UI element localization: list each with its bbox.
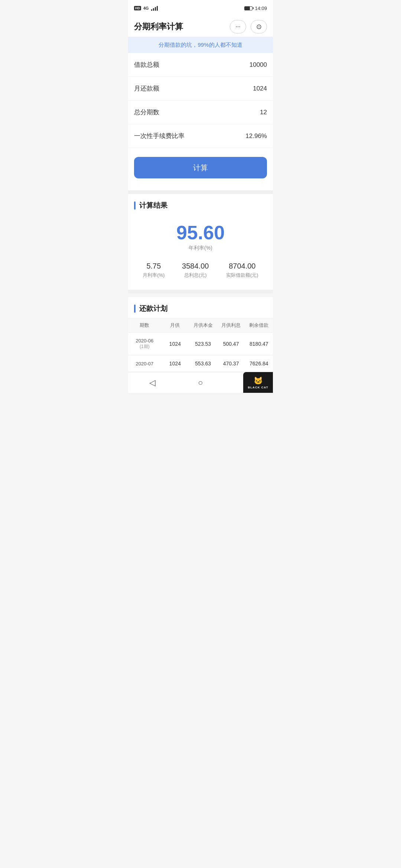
total-interest-value: 3584.00 (182, 262, 209, 270)
home-icon: ○ (198, 378, 203, 388)
monthly-rate-value: 5.75 (143, 262, 164, 270)
more-icon: ··· (235, 23, 240, 30)
actual-loan-item: 8704.00 实际借款额(元) (226, 262, 258, 279)
hd-badge: HD (134, 6, 141, 10)
table-header-row: 期数 月供 月供本金 月供利息 剩余借款 (128, 318, 273, 333)
battery-icon (244, 6, 252, 10)
status-bar: HD 4G 14:09 (128, 0, 273, 16)
signal-bar-2 (153, 8, 154, 11)
monthly-payment-value[interactable]: 1024 (253, 85, 267, 92)
record-icon: ⊙ (256, 23, 262, 31)
back-button[interactable]: ◁ (145, 375, 160, 390)
total-interest-label: 总利息(元) (182, 272, 209, 279)
form-section: 借款总额 10000 月还款额 1024 总分期数 12 一次性手续费比率 12… (128, 53, 273, 148)
plan-title: 还款计划 (139, 304, 167, 313)
total-interest-item: 3584.00 总利息(元) (182, 262, 209, 279)
plan-header-accent (134, 305, 136, 313)
form-row-fee-rate[interactable]: 一次性手续费比率 12.96% (128, 124, 273, 148)
actual-loan-value: 8704.00 (226, 262, 258, 270)
status-left: HD 4G (134, 6, 158, 11)
signal-bar-1 (151, 9, 152, 11)
calculate-button[interactable]: 计算 (134, 157, 267, 178)
table-row: 2020-07 1024 553.63 470.37 7626.84 (128, 355, 273, 372)
status-time: 14:09 (255, 6, 267, 11)
section-divider-2 (128, 290, 273, 293)
page-title: 分期利率计算 (134, 21, 183, 32)
watermark-text: BLACK CAT (248, 386, 268, 389)
form-row-monthly-payment[interactable]: 月还款额 1024 (128, 77, 273, 101)
repayment-table: 期数 月供 月供本金 月供利息 剩余借款 2020-06 (1期) 1024 5… (128, 318, 273, 372)
cell-remaining-1: 8180.47 (245, 336, 273, 352)
cat-icon: 🐱 (254, 376, 263, 385)
cell-period-1: 2020-06 (1期) (128, 333, 161, 355)
section-divider-1 (128, 190, 273, 194)
sub-results: 5.75 月利率(%) 3584.00 总利息(元) 8704.00 实际借款额… (134, 254, 267, 282)
bottom-nav: ◁ ○ □ 🐱 BLACK CAT (128, 372, 273, 393)
watermark: 🐱 BLACK CAT (243, 372, 273, 393)
toolbar-actions: ··· ⊙ (230, 20, 267, 33)
monthly-payment-label: 月还款额 (134, 84, 159, 93)
main-result: 95.60 年利率(%) (134, 216, 267, 254)
cell-remaining-2: 7626.84 (245, 355, 273, 372)
calc-btn-wrap: 计算 (128, 148, 273, 190)
signal-bar-4 (157, 6, 158, 11)
home-button[interactable]: ○ (193, 375, 208, 390)
results-header: 计算结果 (134, 194, 267, 216)
loan-amount-label: 借款总额 (134, 60, 159, 69)
toolbar: 分期利率计算 ··· ⊙ (128, 16, 273, 37)
cell-monthly-2: 1024 (161, 355, 189, 372)
plan-header: 还款计划 (128, 297, 273, 318)
installments-value[interactable]: 12 (260, 109, 267, 116)
form-row-loan-amount[interactable]: 借款总额 10000 (128, 53, 273, 77)
actual-loan-label: 实际借款额(元) (226, 272, 258, 279)
signal-bars (151, 6, 158, 11)
period-date-1: 2020-06 (130, 338, 160, 343)
cell-principal-2: 553.63 (189, 355, 217, 372)
plan-section: 还款计划 期数 月供 月供本金 月供利息 剩余借款 2020-06 (1期) 1… (128, 297, 273, 372)
signal-bar-3 (155, 7, 156, 11)
col-header-interest: 月供利息 (217, 318, 245, 332)
period-date-2: 2020-07 (130, 361, 160, 366)
col-header-period: 期数 (128, 318, 161, 332)
banner-text: 分期借款的坑，99%的人都不知道 (159, 42, 242, 48)
info-banner[interactable]: 分期借款的坑，99%的人都不知道 (128, 37, 273, 53)
monthly-rate-item: 5.75 月利率(%) (143, 262, 164, 279)
annual-rate-value: 95.60 (134, 222, 267, 243)
fee-rate-value[interactable]: 12.96% (245, 132, 267, 140)
installments-label: 总分期数 (134, 108, 159, 116)
cell-interest-1: 500.47 (217, 336, 245, 352)
table-row: 2020-06 (1期) 1024 523.53 500.47 8180.47 (128, 333, 273, 355)
form-row-installments[interactable]: 总分期数 12 (128, 101, 273, 124)
more-button[interactable]: ··· (230, 20, 246, 33)
record-button[interactable]: ⊙ (251, 20, 267, 33)
period-num-1: (1期) (130, 343, 160, 350)
back-icon: ◁ (149, 378, 156, 388)
results-section: 计算结果 95.60 年利率(%) 5.75 月利率(%) 3584.00 总利… (128, 194, 273, 290)
status-right: 14:09 (244, 6, 267, 11)
col-header-principal: 月供本金 (189, 318, 217, 332)
cell-period-2: 2020-07 (128, 356, 161, 372)
network-badge: 4G (143, 6, 149, 10)
annual-rate-label: 年利率(%) (134, 245, 267, 251)
loan-amount-value[interactable]: 10000 (250, 61, 267, 69)
cell-monthly-1: 1024 (161, 336, 189, 352)
fee-rate-label: 一次性手续费比率 (134, 132, 185, 140)
results-header-accent (134, 201, 136, 210)
cell-interest-2: 470.37 (217, 355, 245, 372)
cell-principal-1: 523.53 (189, 336, 217, 352)
col-header-monthly: 月供 (161, 318, 189, 332)
battery-fill (245, 7, 250, 10)
col-header-remaining: 剩余借款 (245, 318, 273, 332)
monthly-rate-label: 月利率(%) (143, 272, 164, 279)
results-title: 计算结果 (139, 201, 167, 210)
